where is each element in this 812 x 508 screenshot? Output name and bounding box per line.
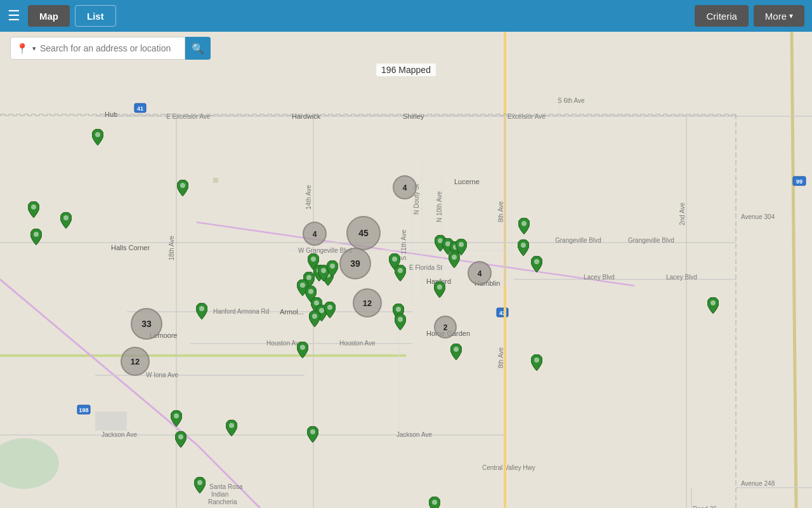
- map-pin[interactable]: [196, 303, 207, 322]
- svg-text:Hardwick: Hardwick: [292, 112, 321, 120]
- map-pin[interactable]: [28, 201, 39, 220]
- svg-text:Grangeville Blvd: Grangeville Blvd: [555, 237, 601, 244]
- map-pin[interactable]: [226, 420, 237, 439]
- svg-text:4: 4: [403, 184, 407, 192]
- svg-text:39: 39: [350, 258, 360, 269]
- svg-text:S 11th Ave: S 11th Ave: [400, 229, 407, 260]
- map-pin[interactable]: [518, 218, 530, 237]
- criteria-button[interactable]: Criteria: [695, 5, 748, 27]
- svg-rect-87: [213, 178, 218, 183]
- svg-point-139: [710, 300, 716, 305]
- svg-text:Houston Ave: Houston Ave: [339, 340, 376, 347]
- svg-point-117: [308, 289, 313, 294]
- search-button[interactable]: 🔍: [185, 37, 211, 60]
- svg-point-129: [437, 284, 442, 290]
- map-container[interactable]: 41 99 43 43 198 Hub Hardwick Shirley Luc…: [0, 32, 812, 508]
- map-pin[interactable]: [171, 410, 182, 429]
- svg-text:18th Ave: 18th Ave: [168, 236, 175, 260]
- tab-list-button[interactable]: List: [75, 5, 116, 27]
- svg-point-127: [396, 307, 401, 312]
- svg-text:41: 41: [137, 105, 143, 112]
- svg-text:4: 4: [478, 269, 482, 278]
- dropdown-arrow-icon[interactable]: ▾: [32, 44, 36, 53]
- search-icon: 🔍: [192, 43, 204, 55]
- svg-text:2nd Ave: 2nd Ave: [679, 203, 686, 225]
- svg-text:Lucerne: Lucerne: [454, 178, 480, 185]
- map-pin[interactable]: [395, 314, 406, 333]
- svg-text:Rancheria: Rancheria: [208, 498, 237, 505]
- svg-point-124: [330, 264, 335, 269]
- svg-point-122: [300, 345, 305, 350]
- map-pin[interactable]: [309, 311, 320, 330]
- svg-point-121: [312, 314, 317, 319]
- svg-point-108: [63, 215, 69, 220]
- search-input[interactable]: [40, 43, 180, 53]
- map-pin[interactable]: [395, 265, 406, 284]
- svg-text:Grangeville Blvd: Grangeville Blvd: [628, 237, 674, 244]
- map-pin[interactable]: [531, 354, 542, 373]
- svg-point-120: [327, 305, 332, 310]
- svg-text:Santa Rosa: Santa Rosa: [209, 483, 243, 490]
- svg-point-133: [459, 242, 464, 247]
- svg-text:8th Ave: 8th Ave: [497, 347, 504, 368]
- map-pin[interactable]: [175, 431, 187, 450]
- svg-point-116: [300, 283, 305, 288]
- search-container: 📍 ▾ 🔍: [10, 37, 211, 60]
- svg-text:Halls Corner: Halls Corner: [111, 244, 150, 251]
- svg-point-146: [197, 480, 202, 485]
- svg-text:Central Valley Hwy: Central Valley Hwy: [482, 464, 535, 471]
- svg-text:33: 33: [141, 319, 152, 329]
- mapped-count-label: 196 Mapped: [376, 64, 436, 76]
- map-pin[interactable]: [177, 180, 188, 199]
- map-pin[interactable]: [327, 260, 338, 279]
- svg-text:Shirley: Shirley: [403, 112, 424, 120]
- search-box: 📍 ▾: [10, 37, 185, 60]
- svg-text:N 10th Ave: N 10th Ave: [436, 191, 443, 222]
- svg-point-138: [534, 358, 539, 363]
- tab-map-button[interactable]: Map: [28, 5, 70, 27]
- map-pin[interactable]: [194, 477, 206, 496]
- svg-text:Jackson Ave: Jackson Ave: [102, 431, 137, 438]
- svg-point-137: [534, 259, 539, 264]
- svg-point-126: [398, 268, 403, 273]
- map-pin[interactable]: [450, 344, 462, 363]
- svg-point-109: [34, 232, 39, 237]
- svg-point-135: [521, 243, 526, 248]
- svg-text:Road 36: Road 36: [693, 505, 717, 508]
- map-pin[interactable]: [434, 281, 445, 300]
- svg-point-136: [521, 221, 527, 226]
- svg-text:E Florida St: E Florida St: [409, 264, 442, 271]
- svg-point-143: [229, 423, 234, 428]
- svg-text:Avenue 304: Avenue 304: [741, 213, 775, 220]
- svg-text:8th Ave: 8th Ave: [497, 201, 504, 222]
- svg-point-142: [178, 434, 183, 439]
- map-pin[interactable]: [297, 342, 308, 361]
- svg-text:99: 99: [796, 178, 802, 185]
- map-pin[interactable]: [324, 302, 336, 321]
- svg-text:W Iona Ave: W Iona Ave: [146, 371, 178, 378]
- svg-text:Jackson Ave: Jackson Ave: [396, 431, 432, 438]
- svg-point-106: [95, 132, 100, 137]
- map-pin[interactable]: [707, 297, 719, 316]
- map-pin[interactable]: [30, 229, 42, 248]
- svg-text:4: 4: [313, 230, 317, 239]
- svg-point-107: [31, 204, 36, 210]
- svg-point-144: [310, 429, 315, 434]
- map-pin[interactable]: [92, 129, 103, 148]
- svg-point-141: [174, 413, 179, 418]
- map-svg: 41 99 43 43 198 Hub Hardwick Shirley Luc…: [0, 32, 812, 508]
- svg-point-111: [199, 306, 204, 311]
- map-pin[interactable]: [307, 426, 318, 445]
- map-pin[interactable]: [60, 212, 72, 231]
- svg-point-110: [180, 183, 185, 188]
- map-pin[interactable]: [449, 251, 460, 271]
- svg-text:14th Ave: 14th Ave: [305, 185, 312, 210]
- map-pin[interactable]: [429, 497, 440, 508]
- header: ☰ Map List Criteria More: [0, 0, 812, 32]
- svg-text:Hanford Armona Rd: Hanford Armona Rd: [213, 308, 269, 315]
- menu-icon[interactable]: ☰: [8, 8, 20, 24]
- svg-rect-86: [95, 411, 127, 431]
- map-pin[interactable]: [531, 256, 542, 275]
- more-button[interactable]: More: [754, 5, 804, 27]
- map-pin[interactable]: [518, 239, 529, 258]
